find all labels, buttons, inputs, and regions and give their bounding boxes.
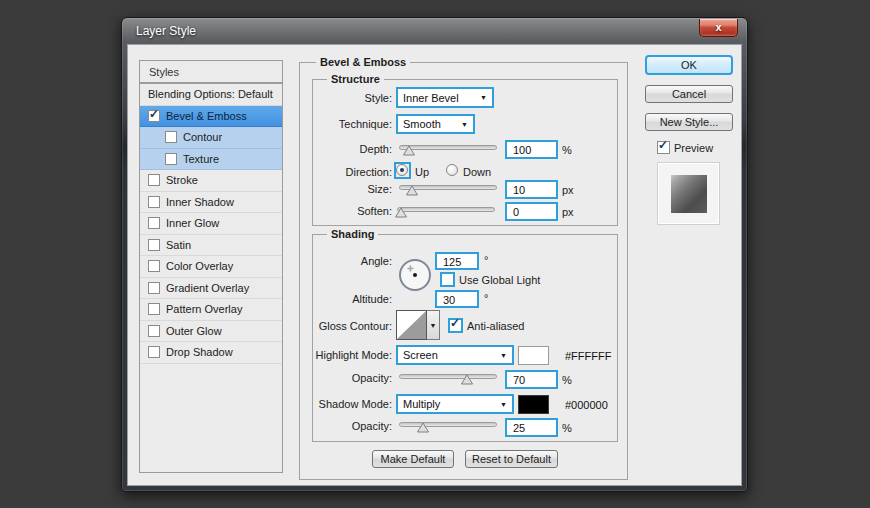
color-overlay-checkbox[interactable]: ✓ (148, 260, 160, 272)
styles-item-satin[interactable]: ✓ Satin (140, 235, 282, 257)
soften-slider[interactable] (397, 207, 495, 212)
technique-label: Technique: (312, 118, 392, 130)
altitude-input[interactable]: 30 (435, 290, 479, 308)
chevron-down-icon: ▼ (500, 352, 507, 359)
reset-to-default-button[interactable]: Reset to Default (465, 450, 558, 468)
altitude-unit: ° (484, 292, 488, 304)
styles-item-stroke[interactable]: ✓ Stroke (140, 170, 282, 192)
direction-up-radio[interactable] (396, 164, 408, 176)
soften-label: Soften: (312, 205, 392, 217)
soften-slider-thumb[interactable] (394, 204, 407, 222)
styles-item-drop-shadow[interactable]: ✓ Drop Shadow (140, 342, 282, 364)
depth-slider[interactable] (399, 145, 497, 150)
contour-checkbox[interactable]: ✓ (165, 131, 177, 143)
chevron-down-icon: ▼ (461, 121, 468, 128)
panel-title: Bevel & Emboss (316, 56, 410, 68)
styles-item-outer-glow[interactable]: ✓ Outer Glow (140, 321, 282, 343)
list-item-label: Outer Glow (166, 325, 222, 337)
list-item-label: Bevel & Emboss (166, 110, 247, 122)
highlight-opacity-unit: % (562, 374, 572, 386)
style-label: Style: (312, 92, 392, 104)
list-item-label: Contour (183, 131, 222, 143)
highlight-mode-label: Highlight Mode: (312, 349, 392, 361)
inner-glow-checkbox[interactable]: ✓ (148, 217, 160, 229)
depth-unit: % (562, 144, 572, 156)
angle-label: Angle: (312, 255, 392, 267)
depth-input[interactable]: 100 (505, 140, 558, 159)
highlight-mode-dropdown[interactable]: Screen ▼ (396, 345, 514, 365)
depth-slider-thumb[interactable] (402, 142, 415, 160)
list-item-label: Pattern Overlay (166, 303, 242, 315)
preview-checkbox[interactable]: ✓ (657, 141, 670, 154)
styles-item-gradient-overlay[interactable]: ✓ Gradient Overlay (140, 278, 282, 300)
styles-header: Styles (149, 66, 179, 78)
cancel-button[interactable]: Cancel (645, 85, 733, 103)
ok-button[interactable]: OK (645, 55, 733, 75)
shadow-opacity-slider[interactable] (399, 422, 497, 427)
texture-checkbox[interactable]: ✓ (165, 153, 177, 165)
soften-unit: px (562, 206, 574, 218)
use-global-light-checkbox[interactable]: ✓ (440, 272, 455, 287)
styles-item-contour[interactable]: ✓ Contour (140, 127, 282, 149)
direction-down-radio[interactable] (446, 164, 458, 176)
highlight-opacity-label: Opacity: (312, 372, 392, 384)
bevel-emboss-checkbox[interactable]: ✓ (148, 110, 160, 122)
check-icon: ✓ (658, 138, 668, 152)
close-button[interactable]: x (699, 19, 738, 37)
styles-item-inner-glow[interactable]: ✓ Inner Glow (140, 213, 282, 235)
shadow-opacity-thumb[interactable] (417, 419, 430, 437)
styles-item-texture[interactable]: ✓ Texture (140, 149, 282, 171)
desktop-background: Layer Style x Styles Blending Options: D… (0, 0, 870, 508)
gradient-overlay-checkbox[interactable]: ✓ (148, 282, 160, 294)
close-icon: x (715, 21, 721, 33)
list-item-label: Inner Glow (166, 217, 219, 229)
size-input[interactable]: 10 (505, 180, 558, 199)
satin-checkbox[interactable]: ✓ (148, 239, 160, 251)
styles-list: Blending Options: Default ✓ Bevel & Embo… (139, 83, 283, 473)
drop-shadow-checkbox[interactable]: ✓ (148, 346, 160, 358)
style-dropdown[interactable]: Inner Bevel ▼ (396, 87, 494, 108)
styles-item-pattern-overlay[interactable]: ✓ Pattern Overlay (140, 299, 282, 321)
anti-aliased-label: Anti-aliased (467, 320, 524, 332)
soften-input[interactable]: 0 (505, 202, 558, 221)
angle-dial[interactable] (398, 258, 432, 292)
styles-item-blending-options[interactable]: Blending Options: Default (140, 84, 282, 106)
size-slider[interactable] (399, 185, 497, 190)
preview-label: Preview (674, 142, 713, 154)
pattern-overlay-checkbox[interactable]: ✓ (148, 303, 160, 315)
dialog-title: Layer Style (136, 24, 196, 38)
styles-item-color-overlay[interactable]: ✓ Color Overlay (140, 256, 282, 278)
outer-glow-checkbox[interactable]: ✓ (148, 325, 160, 337)
highlight-hex-label: #FFFFFF (565, 350, 611, 362)
radio-dot-icon (400, 168, 404, 172)
highlight-opacity-slider[interactable] (399, 374, 497, 379)
size-slider-thumb[interactable] (405, 182, 418, 200)
size-label: Size: (312, 183, 392, 195)
anti-aliased-checkbox[interactable]: ✓ (448, 318, 463, 333)
use-global-light-label: Use Global Light (459, 274, 540, 286)
shadow-opacity-input[interactable]: 25 (505, 418, 558, 437)
gloss-contour-thumbnail[interactable] (396, 310, 427, 340)
highlight-opacity-input[interactable]: 70 (505, 370, 558, 389)
direction-up-label: Up (415, 166, 429, 178)
shading-title: Shading (327, 228, 378, 240)
inner-shadow-checkbox[interactable]: ✓ (148, 196, 160, 208)
angle-input[interactable]: 125 (435, 252, 479, 270)
list-item-label: Blending Options: Default (148, 88, 273, 100)
styles-item-inner-shadow[interactable]: ✓ Inner Shadow (140, 192, 282, 214)
make-default-button[interactable]: Make Default (372, 450, 454, 468)
technique-dropdown[interactable]: Smooth ▼ (396, 114, 475, 134)
list-item-label: Color Overlay (166, 260, 233, 272)
highlight-opacity-thumb[interactable] (461, 371, 474, 389)
layer-style-dialog: Layer Style x Styles Blending Options: D… (121, 17, 748, 492)
list-item-label: Texture (183, 153, 219, 165)
shadow-mode-dropdown[interactable]: Multiply ▼ (396, 394, 514, 414)
shadow-color-swatch[interactable] (518, 395, 549, 414)
gloss-contour-arrow-button[interactable]: ▼ (427, 310, 440, 340)
highlight-color-swatch[interactable] (518, 346, 549, 365)
shadow-hex-label: #000000 (565, 399, 608, 411)
stroke-checkbox[interactable]: ✓ (148, 174, 160, 186)
check-icon: ✓ (450, 316, 460, 330)
new-style-button[interactable]: New Style... (645, 113, 733, 131)
styles-item-bevel-emboss[interactable]: ✓ Bevel & Emboss (140, 106, 282, 128)
